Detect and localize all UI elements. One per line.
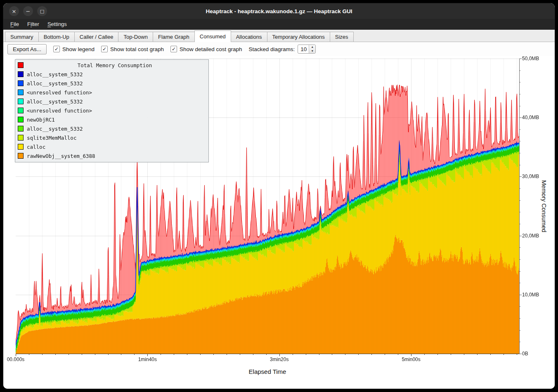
stacked-diagrams-label: Stacked diagrams: [249,46,295,52]
legend-swatch [18,71,24,77]
menu-item-file[interactable]: File [7,20,23,28]
checkbox-indicator[interactable]: ✓ [53,46,60,52]
export-as-button[interactable]: Export As... [7,44,47,54]
legend-item: <unresolved function> [15,88,208,97]
legend-label: <unresolved function> [27,108,92,114]
tab-caller-callee[interactable]: Caller / Callee [74,32,119,42]
menubar: FileFilterSettings [3,19,555,30]
menu-item-filter[interactable]: Filter [24,20,43,28]
x-axis-tick-label: 1min40s [138,357,157,362]
checkbox-indicator[interactable]: ✓ [101,46,108,52]
legend-swatch-total [18,62,24,68]
maximize-icon: □ [40,9,44,14]
checkbox-label: Show legend [62,46,95,52]
legend-item: <unresolved function> [15,106,208,115]
heaptrack-window: × − □ Heaptrack - heaptrack.wakunode.1.g… [3,3,555,389]
tab-flame-graph[interactable]: Flame Graph [153,32,195,42]
tab-consumed[interactable]: Consumed [194,31,231,42]
tab-top-down[interactable]: Top-Down [118,32,153,42]
y-axis-tick-label: 30,0MB [522,174,539,179]
legend-item: alloc__system_5332 [15,124,208,133]
tab-sizes[interactable]: Sizes [330,32,354,42]
stacked-diagrams-value[interactable]: 10 [298,45,309,53]
legend-label: alloc__system_5332 [27,99,83,105]
legend-swatch [18,126,24,131]
toolbar: Export As... ✓Show legend✓Show total cos… [3,42,555,56]
checkbox-show-total-cost-graph[interactable]: ✓Show total cost graph [101,46,164,52]
minimize-icon: − [26,9,31,14]
y-axis-label: Memory Consumed [541,59,547,354]
tab-bar: SummaryBottom-UpCaller / CalleeTop-DownF… [3,30,555,42]
x-axis-tick-label: 5min00s [402,357,420,362]
minimize-button[interactable]: − [23,6,33,16]
legend-items: alloc__system_5332alloc__system_5332<unr… [15,70,208,160]
tab-bottom-up[interactable]: Bottom-Up [38,32,75,42]
x-axis-tick-label: 00.000s [7,357,25,362]
y-axis-tick-label: 20,0MB [522,233,539,239]
chart-legend: Total Memory Consumption alloc__system_5… [15,59,209,162]
legend-label: calloc [27,144,45,150]
y-axis-tick-label: 40,0MB [522,115,539,120]
y-axis-tick-label: 0B [522,351,528,357]
legend-item: calloc [15,142,208,151]
legend-swatch [18,89,24,95]
x-axis-tick-label: 3min20s [270,357,288,362]
legend-swatch [18,80,24,86]
spin-down-button[interactable]: ▾ [309,49,315,53]
checkbox-label: Show detailed cost graph [180,46,242,52]
legend-label: sqlite3MemMalloc [27,135,76,141]
legend-swatch [18,117,24,122]
y-axis-tick-label: 10,0MB [522,292,539,298]
window-title: Heaptrack - heaptrack.wakunode.1.gz — He… [3,8,555,14]
stacked-diagrams-control: Stacked diagrams: 10 ▴ ▾ [249,45,316,54]
legend-label: rawNewObj__system_6388 [27,153,95,159]
x-axis-label: Elapsed Time [249,368,286,375]
close-icon: × [12,9,17,14]
checkbox-indicator[interactable]: ✓ [170,46,177,52]
legend-item: alloc__system_5332 [15,97,208,106]
legend-label: <unresolved function> [27,89,92,96]
legend-title-row: Total Memory Consumption [15,61,208,70]
legend-item: rawNewObj__system_6388 [15,151,208,160]
spinner-buttons: ▴ ▾ [309,45,315,53]
close-button[interactable]: × [9,6,19,16]
tab-summary[interactable]: Summary [5,32,39,42]
checkbox-show-detailed-cost-graph[interactable]: ✓Show detailed cost graph [170,46,242,52]
legend-swatch [18,153,24,159]
legend-label: alloc__system_5332 [27,126,83,132]
checkbox-show-legend[interactable]: ✓Show legend [53,46,95,52]
legend-label: alloc__system_5332 [27,71,83,77]
chart-area: Total Memory Consumption alloc__system_5… [3,56,555,389]
legend-label: alloc__system_5332 [27,80,83,87]
spin-up-button[interactable]: ▴ [309,45,315,49]
legend-swatch [18,108,24,113]
legend-item: newObjRC1 [15,115,208,124]
stacked-diagrams-spinbox[interactable]: 10 ▴ ▾ [298,45,316,54]
titlebar[interactable]: × − □ Heaptrack - heaptrack.wakunode.1.g… [3,3,555,19]
checkbox-group: ✓Show legend✓Show total cost graph✓Show … [53,46,242,52]
legend-swatch [18,99,24,104]
legend-title: Total Memory Consumption [24,62,206,68]
window-controls: × − □ [9,6,47,16]
legend-item: alloc__system_5332 [15,70,208,79]
maximize-button[interactable]: □ [37,6,47,16]
y-axis-tick-label: 50,0MB [522,56,539,61]
legend-swatch [18,144,24,150]
checkbox-label: Show total cost graph [110,46,164,52]
legend-item: alloc__system_5332 [15,79,208,88]
legend-label: newObjRC1 [27,117,55,123]
legend-item: sqlite3MemMalloc [15,133,208,142]
tab-temporary-allocations[interactable]: Temporary Allocations [267,32,330,42]
tab-allocations[interactable]: Allocations [231,32,267,42]
menu-item-settings[interactable]: Settings [44,20,71,28]
legend-swatch [18,135,24,141]
